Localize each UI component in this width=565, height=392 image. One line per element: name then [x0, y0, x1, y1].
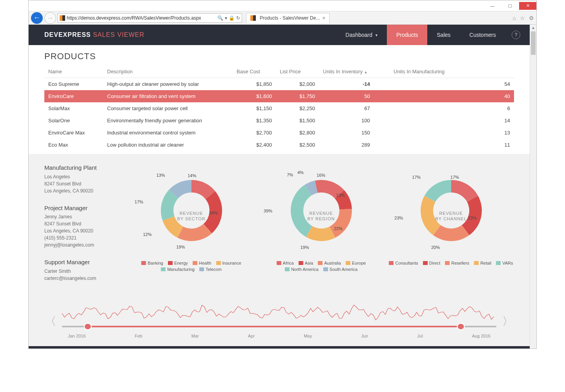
slice-label: 14% [188, 173, 196, 178]
slice-label: 13% [157, 173, 165, 178]
cell-desc: Consumer targeted solar power cell [103, 102, 233, 114]
info-column: Manufacturing Plant Los Angeles8247 Suns… [44, 163, 119, 291]
range-tick-label: Mar [191, 334, 199, 338]
legend-item: Resellers [445, 261, 469, 265]
cell-desc: High-output air cleaner powered by solar [103, 78, 233, 91]
col-units-manufacturing[interactable]: Units In Manufacturing [390, 65, 514, 78]
slice-label: 17% [412, 175, 421, 180]
cell-desc: Industrial environmental control system [103, 127, 233, 139]
legend-swatch-icon [445, 261, 450, 265]
col-base-cost[interactable]: Base Cost [233, 65, 276, 78]
legend-item: Africa [277, 261, 294, 265]
table-row[interactable]: EnviroCare Max Industrial environmental … [44, 127, 514, 139]
donut-title: REVENUE BY SECTOR [177, 211, 205, 222]
cell-name: SolarMax [44, 102, 103, 114]
search-icon[interactable]: 🔍 [217, 15, 223, 21]
cell-desc: Consumer air filtration and vent system [103, 90, 233, 102]
legend-item: Health [193, 261, 211, 265]
range-next-button[interactable]: 〉 [502, 314, 513, 329]
help-button[interactable]: ? [512, 31, 520, 39]
details-panel: Manufacturing Plant Los Angeles8247 Suns… [29, 154, 530, 301]
range-handle-right [457, 323, 464, 330]
donut-title: REVENUE BY CHANNEL [435, 211, 467, 222]
range-selector[interactable]: 〈 〉 Jan 2016FebMarAprMayJunJulAug 2016 [29, 301, 530, 346]
col-description[interactable]: Description [103, 65, 233, 78]
chevron-down-icon: ▾ [375, 33, 377, 37]
window-maximize-button[interactable]: ▢ [501, 2, 519, 10]
legend-item: Banking [141, 261, 163, 265]
legend-item: South America [323, 267, 358, 272]
app-header: DEVEXPRESS SALES VIEWER Dashboard▾Produc… [29, 25, 530, 45]
cell-inventory: 289 [319, 139, 390, 151]
browser-tab[interactable]: Products - SalesViewer De... × [246, 13, 330, 23]
slice-label: 19% [176, 245, 185, 249]
cell-list-price: $2,000 [276, 78, 319, 91]
site-favicon-icon [60, 15, 65, 21]
favorites-icon[interactable]: ☆ [520, 15, 525, 21]
legend-swatch-icon [285, 267, 290, 271]
home-icon[interactable]: ⌂ [513, 15, 516, 21]
nav-forward-button[interactable]: → [44, 12, 56, 24]
col-units-inventory[interactable]: Units In Inventory ▲ [319, 65, 390, 78]
legend-item: Consultants [389, 261, 418, 265]
bottom-accent-bar [29, 346, 530, 348]
url-input[interactable] [67, 15, 217, 21]
tab-close-button[interactable]: × [322, 15, 325, 21]
legend-item: Energy [168, 261, 188, 265]
cell-base-cost: $1,600 [233, 90, 276, 102]
window-titlebar: — ▢ ✕ [29, 0, 536, 11]
legend-item: Direct [423, 261, 441, 265]
legend-swatch-icon [346, 261, 350, 265]
sm-lines: Carter Smithcarterc@losangeles.com [44, 268, 119, 282]
table-row[interactable]: SolarOne Environmentally friendly power … [44, 114, 514, 127]
dropdown-icon[interactable]: ▾ [225, 15, 227, 21]
legend: ConsultantsDirectResellersRetailVARs [389, 261, 513, 265]
table-row[interactable]: Eco Supreme High-output air cleaner powe… [44, 78, 514, 91]
cell-base-cost: $1,150 [233, 102, 276, 114]
nav-item-customers[interactable]: Customers [460, 25, 505, 45]
range-tick-label: Jan 2016 [68, 334, 86, 338]
col-list-price[interactable]: List Price [276, 65, 319, 78]
cell-inventory: 150 [319, 127, 390, 139]
cell-base-cost: $2,700 [233, 127, 276, 139]
range-prev-button[interactable]: 〈 [45, 314, 56, 329]
cell-name: EnviroCare [44, 90, 103, 102]
address-bar[interactable]: 🔍 ▾ 🔒 ↻ [58, 13, 242, 23]
cell-manufacturing: 40 [390, 90, 514, 102]
settings-icon[interactable]: ⚙ [529, 15, 534, 21]
window-minimize-button[interactable]: — [484, 2, 501, 10]
pm-info: Project Manager Jenny James8247 Sunset B… [44, 204, 119, 249]
legend-item: Europe [346, 261, 366, 265]
nav-item-products[interactable]: Products [387, 25, 427, 45]
cell-manufacturing: 6 [390, 102, 514, 114]
donut-channel: REVENUE BY CHANNEL 17%23%20%23%17%Consul… [388, 163, 514, 272]
slice-label: 4% [297, 170, 304, 175]
nav-item-sales[interactable]: Sales [427, 25, 460, 45]
cell-manufacturing: 54 [390, 78, 514, 91]
slice-label: 20% [431, 245, 440, 250]
tab-title: Products - SalesViewer De... [260, 15, 320, 21]
nav-item-dashboard[interactable]: Dashboard▾ [336, 25, 387, 45]
vertical-scrollbar[interactable]: ▲ [530, 25, 536, 348]
nav-back-button[interactable]: ← [31, 12, 43, 24]
cell-base-cost: $1,850 [233, 78, 276, 91]
table-row[interactable]: EnviroCare Consumer air filtration and v… [44, 90, 514, 102]
cell-inventory: 100 [319, 114, 390, 127]
legend-swatch-icon [496, 261, 501, 265]
legend-item: Insurance [216, 261, 241, 265]
refresh-icon[interactable]: ↻ [236, 15, 240, 21]
col-name[interactable]: Name [44, 65, 103, 78]
legend: AfricaAsiaAustraliaEuropeNorth AmericaSo… [258, 261, 384, 272]
window-close-button[interactable]: ✕ [519, 2, 536, 10]
legend-swatch-icon [389, 261, 394, 265]
slice-label: 39% [264, 209, 272, 213]
table-row[interactable]: Eco Max Low pollution industrial air cle… [44, 139, 514, 151]
slice-label: 12% [143, 232, 151, 237]
legend-swatch-icon [423, 261, 428, 265]
scroll-up-icon[interactable]: ▲ [531, 25, 535, 30]
scroll-thumb[interactable] [531, 31, 536, 55]
brand-logo: DEVEXPRESS SALES VIEWER [44, 31, 144, 38]
range-handle-left [84, 323, 91, 330]
page-title: PRODUCTS [44, 51, 514, 62]
table-row[interactable]: SolarMax Consumer targeted solar power c… [44, 102, 514, 114]
